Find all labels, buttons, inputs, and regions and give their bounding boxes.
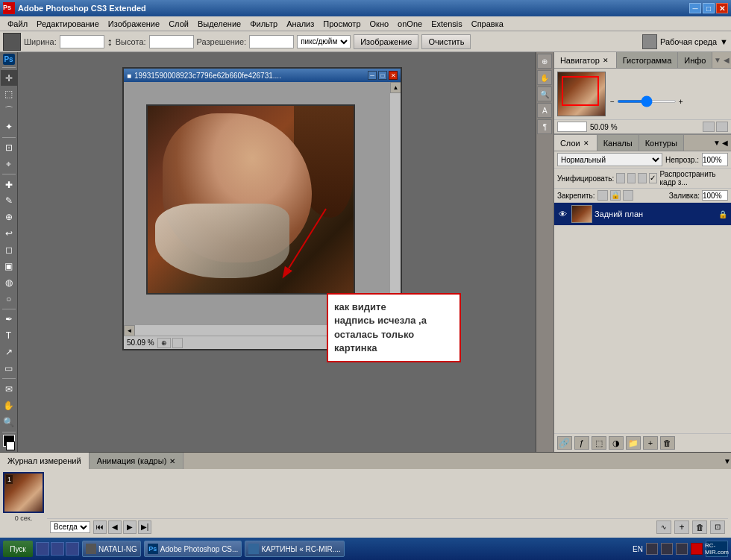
tray-icon-1[interactable] — [646, 543, 658, 555]
menu-extensis[interactable]: Extensis — [427, 18, 467, 30]
doc-close-button[interactable]: ✕ — [389, 71, 398, 80]
tab-channels[interactable]: Каналы — [597, 135, 639, 151]
browser-icon[interactable] — [51, 542, 64, 556]
zoom-tool[interactable]: 🔍 — [1, 414, 17, 430]
start-button[interactable]: Пуск — [3, 541, 33, 557]
minimize-button[interactable]: ─ — [689, 3, 701, 13]
right-icon-para[interactable]: ¶ — [537, 119, 552, 134]
healing-tool[interactable]: ✚ — [1, 177, 17, 192]
delete-layer-btn[interactable]: 🗑 — [660, 436, 675, 450]
tab-animation[interactable]: Анимация (кадры) ✕ — [90, 453, 184, 469]
clear-button[interactable]: Очистить — [421, 34, 471, 49]
opacity-input[interactable] — [702, 153, 728, 166]
link-layers-btn[interactable]: 🔗 — [557, 436, 572, 450]
play-btn[interactable]: ▶ — [123, 520, 137, 534]
tray-icon-3[interactable] — [676, 543, 688, 555]
workspace-selector[interactable]: Рабочая среда ▼ — [642, 34, 728, 49]
new-layer-btn[interactable]: + — [643, 436, 658, 450]
tab-layers-close[interactable]: ✕ — [582, 139, 591, 148]
crop-tool[interactable]: ⊡ — [1, 140, 17, 156]
marquee-tool[interactable]: ⬚ — [1, 86, 17, 102]
unit-select[interactable]: пикс/дюйм — [297, 35, 351, 48]
maximize-button[interactable]: □ — [703, 3, 715, 13]
add-group-btn[interactable]: 📁 — [626, 436, 641, 450]
blend-mode-select[interactable]: Нормальный — [557, 153, 662, 166]
eraser-tool[interactable]: ◻ — [1, 242, 17, 258]
tab-histogram[interactable]: Гистограмма — [617, 52, 679, 68]
nav-zoom-input[interactable] — [557, 122, 587, 132]
tween-btn[interactable]: ∿ — [656, 520, 671, 534]
layers-options-btn[interactable]: ▼ ◀ — [713, 135, 731, 151]
tray-antivirus-icon[interactable] — [691, 543, 703, 555]
path-tool[interactable]: ↗ — [1, 345, 17, 360]
lasso-tool[interactable]: ⌒ — [1, 103, 17, 119]
duplicate-frame-btn[interactable]: + — [674, 520, 689, 534]
notes-tool[interactable]: ✉ — [1, 381, 17, 397]
hand-tool[interactable]: ✋ — [1, 397, 17, 413]
nav-btn-1[interactable] — [703, 122, 715, 132]
menu-onone[interactable]: onOne — [393, 18, 427, 30]
tray-icon-2[interactable] — [661, 543, 673, 555]
unify-btn-1[interactable] — [616, 173, 625, 183]
menu-view[interactable]: Просмотр — [319, 18, 365, 30]
lock-btn-2[interactable]: 🔒 — [610, 190, 621, 201]
convert-btn[interactable]: ⊡ — [710, 520, 725, 534]
ie-icon[interactable] — [36, 542, 49, 556]
history-brush-tool[interactable]: ↩ — [1, 226, 17, 242]
loop-select[interactable]: Всегда — [50, 521, 90, 533]
doc-minimize-button[interactable]: ─ — [368, 71, 377, 80]
delete-frame-btn[interactable]: 🗑 — [692, 520, 707, 534]
layer-visibility-toggle[interactable]: 👁 — [557, 208, 569, 220]
right-icon-zoom[interactable]: 🔍 — [537, 86, 552, 101]
unify-btn-3[interactable] — [638, 173, 647, 183]
taskbar-item-browser[interactable]: КАРТИНЫ « RC-MIR.... — [245, 541, 344, 557]
dodge-tool[interactable]: ○ — [1, 291, 17, 306]
doc-info-btn[interactable] — [172, 338, 183, 348]
zoom-slider[interactable] — [617, 100, 677, 103]
menu-filter[interactable]: Фильтр — [245, 18, 282, 30]
menu-analysis[interactable]: Анализ — [282, 18, 319, 30]
menu-layer[interactable]: Слой — [164, 18, 193, 30]
tab-nav-close[interactable]: ✕ — [601, 56, 610, 65]
close-button[interactable]: ✕ — [716, 3, 728, 13]
tab-layers[interactable]: Слои ✕ — [554, 135, 597, 151]
right-icon-hand[interactable]: ✋ — [537, 70, 552, 85]
folder-icon[interactable] — [66, 542, 79, 556]
lock-btn-3[interactable] — [623, 190, 633, 201]
tab-navigator[interactable]: Навигатор ✕ — [554, 52, 617, 68]
brush-tool[interactable]: ✎ — [1, 193, 17, 209]
panel-options-btn[interactable]: ▼ ◀ — [713, 52, 731, 68]
menu-edit[interactable]: Редактирование — [32, 18, 104, 30]
first-frame-btn[interactable]: ⏮ — [93, 520, 107, 534]
background-color[interactable] — [6, 441, 15, 450]
right-icon-a[interactable]: A — [537, 103, 552, 118]
magic-wand-tool[interactable]: ✦ — [1, 119, 17, 135]
shape-tool[interactable]: ▭ — [1, 361, 17, 377]
taskbar-item-photoshop[interactable]: Ps Adobe Photoshop CS... — [144, 541, 242, 557]
tab-info[interactable]: Инфо — [678, 52, 712, 68]
add-mask-btn[interactable]: ⬚ — [592, 436, 606, 450]
eyedropper-tool[interactable]: ⌖ — [1, 156, 17, 172]
fill-input[interactable] — [702, 190, 728, 201]
blur-tool[interactable]: ◍ — [1, 274, 17, 290]
pen-tool[interactable]: ✒ — [1, 312, 17, 327]
menu-image[interactable]: Изображение — [104, 18, 164, 30]
anim-tab-close[interactable]: ✕ — [169, 457, 175, 465]
menu-select[interactable]: Выделение — [193, 18, 245, 30]
scroll-left-btn[interactable]: ◄ — [124, 325, 135, 336]
image-button[interactable]: Изображение — [354, 34, 418, 49]
layer-row-background[interactable]: 👁 Задний план 🔒 — [554, 203, 731, 225]
tray-clock-area[interactable]: RC-MIR.com — [706, 541, 728, 557]
add-adj-btn[interactable]: ◑ — [609, 436, 624, 450]
doc-maximize-button[interactable]: □ — [378, 71, 387, 80]
nav-btn-2[interactable] — [716, 122, 728, 132]
next-frame-btn[interactable]: ▶| — [138, 520, 151, 534]
right-icon-nav[interactable]: ⊕ — [537, 54, 552, 69]
tab-journal[interactable]: Журнал измерений — [0, 453, 90, 469]
clone-tool[interactable]: ⊕ — [1, 210, 17, 225]
menu-file[interactable]: Файл — [3, 18, 32, 30]
height-input[interactable] — [149, 35, 194, 48]
anim-frame-thumbnail[interactable]: 1 — [3, 472, 44, 513]
unify-check[interactable]: ✓ — [649, 173, 658, 183]
zoom-indicator-btn[interactable]: ⊕ — [157, 338, 171, 348]
